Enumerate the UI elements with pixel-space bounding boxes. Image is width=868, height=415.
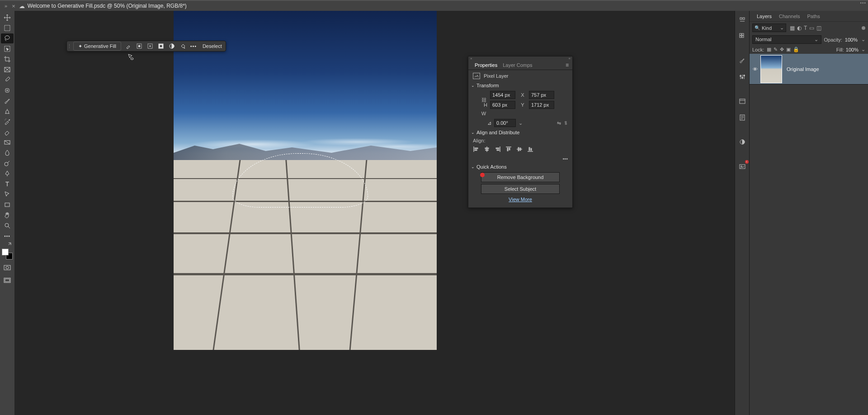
color-swatches[interactable] [2, 249, 13, 259]
more-options-icon[interactable]: ••• [188, 43, 199, 49]
swap-colors-icon[interactable] [2, 242, 12, 247]
panel-collapse-icon[interactable]: « [569, 57, 571, 61]
edit-toolbar-button[interactable]: ••• [1, 231, 14, 241]
opacity-label[interactable]: Opacity: [824, 37, 842, 42]
marquee-tool[interactable] [1, 23, 14, 33]
tab-properties[interactable]: Properties [472, 62, 500, 68]
hand-tool[interactable] [1, 210, 14, 220]
brush-tool[interactable] [1, 96, 14, 106]
width-label[interactable]: W [480, 111, 487, 116]
brushes-panel-icon[interactable] [737, 55, 748, 66]
quick-mask-button[interactable] [2, 264, 13, 271]
tab-layers[interactable]: Layers [753, 14, 775, 19]
panel-menu-icon[interactable]: ••• [858, 0, 868, 6]
swatches-panel-icon[interactable] [737, 31, 748, 42]
layer-name[interactable]: Original Image [787, 66, 819, 72]
filter-adjustment-icon[interactable]: ◐ [797, 25, 802, 31]
screen-mode-button[interactable] [2, 277, 13, 284]
rectangle-tool[interactable] [1, 200, 14, 210]
fill-value[interactable]: 100% [846, 47, 859, 52]
align-top-icon[interactable] [505, 146, 512, 153]
clone-stamp-tool[interactable] [1, 106, 14, 116]
lock-transparency-icon[interactable]: ▦ [767, 47, 771, 52]
dodge-tool[interactable] [1, 158, 14, 168]
align-more-icon[interactable]: ••• [473, 156, 568, 161]
layer-visibility-icon[interactable]: 👁 [750, 66, 760, 72]
foreground-color-swatch[interactable] [2, 249, 9, 255]
libraries-panel-icon[interactable] [737, 96, 748, 107]
opacity-dropdown-icon[interactable]: ⌄ [861, 37, 865, 42]
healing-brush-tool[interactable] [1, 85, 14, 95]
angle-input[interactable] [494, 119, 516, 127]
tab-channels[interactable]: Channels [775, 14, 803, 19]
align-vcenter-icon[interactable] [516, 146, 523, 153]
filter-shape-icon[interactable]: ▭ [809, 25, 814, 31]
panel-menu-icon[interactable]: ≡ [566, 62, 569, 68]
transform-selection-icon[interactable] [145, 43, 156, 49]
generative-fill-button[interactable]: ✦Generative Fill [73, 42, 121, 51]
align-left-icon[interactable] [473, 146, 479, 153]
lock-position-icon[interactable]: ✥ [780, 47, 784, 52]
history-brush-tool[interactable] [1, 117, 14, 127]
cc-libraries-icon[interactable]: ! [737, 161, 748, 172]
x-label[interactable]: X [519, 92, 526, 98]
frame-tool[interactable] [1, 65, 14, 75]
chevron-icon[interactable]: » [5, 3, 7, 9]
gradient-tool[interactable] [1, 137, 14, 147]
align-hcenter-icon[interactable] [484, 146, 490, 153]
fill-icon[interactable] [177, 43, 188, 49]
flip-horizontal-icon[interactable]: ⇋ [557, 120, 561, 126]
align-section-toggle[interactable]: ⌄Align and Distribute [471, 130, 568, 135]
type-tool[interactable]: T [1, 179, 14, 189]
canvas[interactable]: ⋮ ✦Generative Fill ••• Deselect × « Prop… [14, 11, 735, 415]
mask-icon[interactable] [156, 43, 166, 49]
pen-tool[interactable] [1, 169, 14, 179]
blend-mode-select[interactable]: Normal⌄ [752, 35, 821, 44]
move-tool[interactable] [1, 13, 14, 23]
height-input[interactable] [490, 101, 515, 109]
blur-tool[interactable] [1, 148, 14, 158]
filter-smart-icon[interactable]: ◫ [816, 25, 821, 31]
panel-close-icon[interactable]: × [470, 57, 472, 61]
flip-vertical-icon[interactable]: ⥮ [564, 120, 568, 126]
opacity-value[interactable]: 100% [845, 37, 858, 42]
tab-layer-comps[interactable]: Layer Comps [500, 62, 535, 68]
adjustments-panel-icon[interactable] [737, 71, 748, 82]
object-selection-tool[interactable] [1, 44, 14, 54]
fill-label[interactable]: Fill: [836, 47, 844, 52]
adjustment-icon[interactable] [166, 43, 177, 49]
half-circle-icon[interactable] [737, 137, 748, 147]
zoom-tool[interactable] [1, 221, 14, 231]
x-input[interactable] [529, 91, 554, 99]
crop-tool[interactable] [1, 54, 14, 64]
lasso-tool[interactable] [1, 33, 14, 43]
y-input[interactable] [529, 101, 554, 109]
remove-background-button[interactable]: Remove Background [481, 172, 560, 182]
filter-type-icon[interactable]: T [804, 25, 807, 31]
eyedropper-tool[interactable] [1, 75, 14, 85]
align-right-icon[interactable] [495, 146, 501, 153]
eraser-tool[interactable] [1, 127, 14, 137]
y-label[interactable]: Y [519, 102, 526, 108]
lock-artboard-icon[interactable]: ▣ [786, 47, 791, 52]
drag-handle[interactable]: ⋮ [67, 43, 71, 49]
quick-actions-section-toggle[interactable]: ⌄Quick Actions [471, 164, 568, 170]
layer-item[interactable]: 👁 Original Image [750, 54, 868, 85]
deselect-button[interactable]: Deselect [199, 42, 226, 51]
layer-thumbnail[interactable] [760, 55, 782, 83]
view-more-link[interactable]: View More [473, 197, 568, 202]
tab-paths[interactable]: Paths [804, 14, 824, 19]
width-input[interactable] [490, 91, 515, 99]
close-tab-button[interactable]: × [12, 3, 15, 9]
select-subject-button[interactable]: Select Subject [481, 184, 560, 194]
brush-selection-icon[interactable] [123, 43, 134, 49]
transform-section-toggle[interactable]: ⌄Transform [471, 83, 568, 88]
history-panel-icon[interactable] [737, 112, 748, 123]
select-subject-icon[interactable] [134, 43, 145, 49]
align-bottom-icon[interactable] [527, 146, 533, 153]
filter-toggle[interactable] [862, 26, 865, 30]
lock-pixels-icon[interactable]: ✎ [774, 47, 778, 52]
filter-pixel-icon[interactable]: ▦ [790, 25, 795, 31]
lock-all-icon[interactable]: 🔒 [793, 47, 799, 52]
layer-filter-kind[interactable]: 🔍 Kind ⌄ [752, 24, 786, 32]
